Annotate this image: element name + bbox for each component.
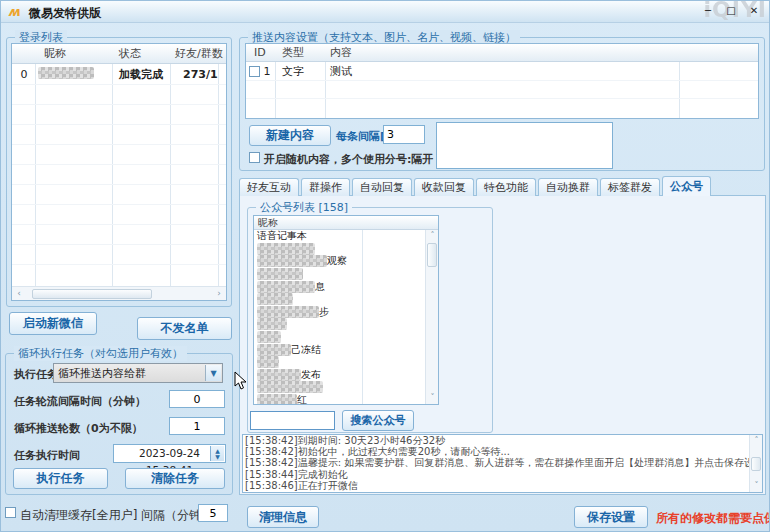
save-reminder-text: 所有的修改都需要点保存 bbox=[656, 510, 770, 527]
push-row-id: 1 bbox=[264, 65, 271, 78]
log-line: [15:38:42]到期时间: 30天23小时46分32秒 bbox=[243, 435, 749, 446]
auto-clean-cache-checkbox[interactable] bbox=[5, 507, 16, 518]
col-status[interactable]: 状态 bbox=[113, 46, 171, 61]
list-item[interactable]: 步 bbox=[254, 306, 425, 319]
official-list-header: 昵称 bbox=[254, 216, 438, 230]
list-item[interactable]: 己冻结 bbox=[254, 343, 425, 356]
app-title: 微易发特供版 bbox=[29, 5, 101, 22]
scroll-up-icon[interactable]: ˄ bbox=[426, 230, 439, 242]
push-table-row[interactable]: 1 文字 测试 bbox=[246, 62, 758, 80]
tab-tag-broadcast[interactable]: 标签群发 bbox=[600, 178, 660, 196]
tab-friend-interact[interactable]: 好友互动 bbox=[239, 178, 299, 196]
clear-task-button[interactable]: 清除任务 bbox=[125, 468, 225, 489]
log-line: [15:38:46]正在打开微信 bbox=[243, 480, 749, 491]
scroll-right-icon[interactable]: › bbox=[212, 287, 226, 300]
list-item[interactable] bbox=[254, 381, 425, 394]
list-item[interactable] bbox=[254, 243, 425, 256]
tab-auto-switch-group[interactable]: 自动换群 bbox=[538, 178, 598, 196]
official-list-rows: 语音记事本 观察 息 步 己冻结 发布 红 bbox=[254, 230, 425, 404]
col-friend-group-count[interactable]: 好友/群数 bbox=[171, 46, 223, 61]
tab-group-ops[interactable]: 群操作 bbox=[301, 178, 350, 196]
scroll-left-icon[interactable]: ‹ bbox=[12, 287, 26, 300]
list-item[interactable]: 发布 bbox=[254, 369, 425, 382]
login-table-hscrollbar[interactable]: ‹ › bbox=[12, 286, 226, 300]
app-window: iQIYI ʍ 微易发特供版 ─ □ ✕ 登录列表 昵称 状态 好友/群数 0 bbox=[0, 0, 770, 532]
clean-info-button[interactable]: 清理信息 bbox=[247, 506, 319, 528]
list-item[interactable] bbox=[254, 356, 425, 369]
task-label: 执行任务 bbox=[14, 367, 58, 382]
random-content-label: 开启随机内容，多个使用分号:隔开 bbox=[264, 152, 433, 167]
col-type[interactable]: 类型 bbox=[276, 45, 326, 60]
rounds-label: 循环推送轮数（0为不限） bbox=[14, 421, 143, 436]
titlebar: iQIYI ʍ 微易发特供版 ─ □ ✕ bbox=[1, 1, 769, 23]
push-content-table: ID 类型 内容 1 文字 测试 bbox=[245, 43, 759, 119]
push-row-type: 文字 bbox=[276, 64, 326, 79]
tab-special-features[interactable]: 特色功能 bbox=[476, 178, 536, 196]
col-nickname[interactable]: 昵称 bbox=[36, 46, 113, 61]
tabstrip: 好友互动 群操作 自动回复 收款回复 特色功能 自动换群 标签群发 公众号 bbox=[239, 176, 713, 196]
log-line: [15:38:44]完成初始化 bbox=[243, 469, 749, 480]
login-row-nickname-redacted bbox=[38, 67, 94, 79]
scroll-down-icon[interactable]: ˅ bbox=[750, 480, 763, 492]
task-select-value: 循环推送内容给群 bbox=[58, 366, 146, 381]
per-interval-input[interactable] bbox=[383, 125, 425, 144]
task-select[interactable]: 循环推送内容给群 ▼ bbox=[53, 363, 223, 383]
task-time-picker[interactable]: 2023-09-24 15:38:41 ▲▼ bbox=[113, 444, 226, 463]
save-settings-button[interactable]: 保存设置 bbox=[574, 506, 648, 528]
list-item[interactable]: 红 bbox=[254, 394, 425, 404]
scroll-down-icon[interactable]: ˅ bbox=[426, 392, 439, 404]
search-official-button[interactable]: 搜索公众号 bbox=[342, 410, 414, 431]
list-item[interactable]: 观察 bbox=[254, 255, 425, 268]
log-line: [15:38:42]温馨提示: 如果需要护群、回复群消息、新人进群等，需在群操作… bbox=[243, 457, 749, 468]
round-interval-label: 任务轮流间隔时间（分钟） bbox=[14, 394, 146, 409]
log-box[interactable]: [15:38:42]到期时间: 30天23小时46分32秒 [15:38:42]… bbox=[242, 434, 763, 493]
col-id[interactable]: ID bbox=[246, 46, 276, 59]
list-item[interactable] bbox=[254, 293, 425, 306]
rounds-input[interactable] bbox=[169, 417, 225, 435]
maximize-button[interactable]: □ bbox=[722, 4, 740, 19]
tab-auto-reply[interactable]: 自动回复 bbox=[352, 178, 412, 196]
run-task-button[interactable]: 执行任务 bbox=[13, 468, 108, 489]
login-row-status: 加载完成 bbox=[113, 67, 171, 82]
loop-task-title: 循环执行任务（对勾选用户有效） bbox=[14, 346, 187, 361]
mouse-cursor bbox=[234, 371, 247, 391]
list-item[interactable] bbox=[254, 318, 425, 331]
random-content-checkbox[interactable] bbox=[249, 152, 260, 163]
official-search-input[interactable] bbox=[250, 411, 335, 430]
scroll-up-icon[interactable]: ˄ bbox=[750, 435, 763, 447]
start-new-wechat-button[interactable]: 启动新微信 bbox=[9, 312, 97, 335]
list-item[interactable]: 语音记事本 bbox=[254, 230, 425, 243]
login-table-row[interactable]: 0 加载完成 273/1 bbox=[12, 64, 226, 84]
new-content-button[interactable]: 新建内容 bbox=[249, 125, 331, 146]
vscroll-thumb[interactable] bbox=[427, 243, 437, 267]
tab-official-account[interactable]: 公众号 bbox=[662, 176, 711, 196]
vscroll-thumb[interactable] bbox=[751, 457, 761, 471]
official-list: 昵称 语音记事本 观察 息 步 己冻结 发布 红 ˄ ˅ bbox=[253, 215, 439, 405]
cache-interval-input[interactable] bbox=[198, 504, 228, 522]
close-button[interactable]: ✕ bbox=[745, 4, 763, 19]
chevron-down-icon[interactable]: ▼ bbox=[205, 365, 221, 381]
no-send-list-button[interactable]: 不发名单 bbox=[137, 317, 232, 340]
official-list-vscrollbar[interactable]: ˄ ˅ bbox=[425, 230, 438, 404]
auto-clean-cache-label: 自动清理缓存[全用户] bbox=[20, 507, 137, 524]
round-interval-input[interactable] bbox=[169, 390, 225, 408]
minimize-button[interactable]: ─ bbox=[699, 4, 717, 19]
push-table-header: ID 类型 内容 bbox=[246, 44, 758, 62]
tab-payment-reply[interactable]: 收款回复 bbox=[414, 178, 474, 196]
col-content[interactable]: 内容 bbox=[326, 45, 352, 60]
push-row-checkbox[interactable] bbox=[249, 66, 260, 77]
task-time-label: 任务执行时间 bbox=[14, 448, 80, 463]
login-table: 昵称 状态 好友/群数 0 加载完成 273/1 ‹ › bbox=[11, 43, 227, 301]
log-vscrollbar[interactable]: ˄ ˅ bbox=[749, 435, 762, 492]
list-item[interactable] bbox=[254, 268, 425, 281]
list-item[interactable]: 息 bbox=[254, 280, 425, 293]
spinner-icon[interactable]: ▲▼ bbox=[210, 446, 224, 461]
official-list-title: 公众号列表 [158] bbox=[256, 200, 352, 215]
push-content-textarea[interactable] bbox=[436, 122, 613, 169]
col-official-nickname[interactable]: 昵称 bbox=[254, 216, 278, 230]
log-line: [15:38:42]初始化中，此过程大约需要20秒，请耐心等待... bbox=[243, 446, 749, 457]
login-row-count: 273/1 bbox=[171, 68, 218, 81]
list-item[interactable] bbox=[254, 331, 425, 344]
hscroll-thumb[interactable] bbox=[32, 289, 152, 299]
login-table-header: 昵称 状态 好友/群数 bbox=[12, 44, 226, 64]
